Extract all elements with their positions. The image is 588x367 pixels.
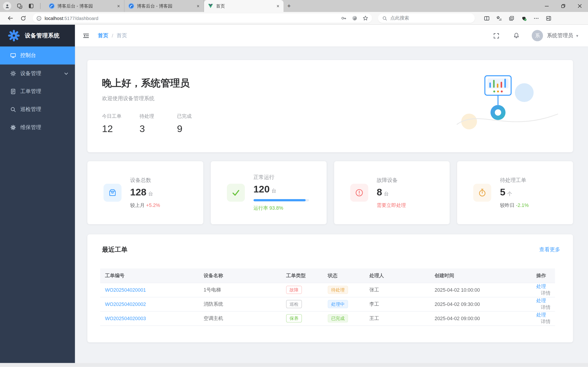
url-text[interactable]: localhost:5177/dashboard <box>45 16 98 21</box>
gear-solid-icon <box>10 125 16 130</box>
browser-tab-2[interactable]: 博客后台 - 博客园 × <box>124 0 204 12</box>
handler-name: 张工 <box>364 283 430 297</box>
process-link[interactable]: 处理 <box>536 298 546 303</box>
stat-card-value: 120 <box>253 183 270 195</box>
stat-card-unit: 台 <box>384 190 389 197</box>
section-title: 最近工单 <box>102 245 127 254</box>
split-screen-icon[interactable] <box>484 15 490 21</box>
sidebar-item-devices[interactable]: 设备管理 <box>0 65 75 83</box>
uptime-progress-bar <box>253 199 309 201</box>
type-tag: 保养 <box>286 314 302 322</box>
sidebar-item-console[interactable]: 控制台 <box>0 46 75 64</box>
more-menu-icon[interactable] <box>533 15 539 21</box>
password-key-icon[interactable] <box>341 15 346 21</box>
tab-title: 首页 <box>216 3 273 9</box>
tab-close-icon[interactable]: × <box>116 3 121 9</box>
table-row: WO202504020001 1号电梯 故障 待处理 张工 2025-04-02… <box>100 283 555 297</box>
vue-icon <box>208 3 213 9</box>
workspaces-icon[interactable] <box>17 3 23 9</box>
collections-icon[interactable] <box>509 15 514 21</box>
chevron-down-icon <box>64 71 68 75</box>
breadcrumb: 首页 / 首页 <box>98 32 127 39</box>
refresh-icon[interactable] <box>17 15 30 21</box>
browser-profile-button[interactable] <box>3 2 11 10</box>
status-tag: 已完成 <box>328 314 348 322</box>
welcome-stat-today: 今日工单 12 <box>102 113 122 134</box>
check-icon <box>231 188 240 198</box>
close-window-button[interactable] <box>571 0 588 12</box>
detail-link[interactable]: 详情 <box>541 305 550 310</box>
stat-card-label: 正常运行 <box>253 174 309 181</box>
process-link[interactable]: 处理 <box>536 312 546 317</box>
search-box[interactable]: 点此搜索 <box>378 14 475 23</box>
created-time: 2025-04-02 10:00:00 <box>430 283 531 297</box>
site-info-icon[interactable] <box>36 16 41 21</box>
notification-bell-icon[interactable] <box>513 32 520 39</box>
restore-button[interactable] <box>555 0 571 12</box>
favorite-star-icon[interactable] <box>363 15 368 21</box>
warning-icon <box>355 188 364 197</box>
sidebar-item-label: 巡检管理 <box>20 106 41 113</box>
detail-link[interactable]: 详情 <box>541 290 550 296</box>
fullscreen-icon[interactable] <box>493 32 500 39</box>
sidebar-panel-icon[interactable] <box>546 15 552 21</box>
order-id-link[interactable]: WO202504020001 <box>105 287 146 292</box>
user-caret-icon[interactable]: ▾ <box>576 33 578 38</box>
sidebar-item-inspection[interactable]: 巡检管理 <box>0 100 75 118</box>
stat-card-label: 待处理工单 <box>500 177 529 184</box>
browser-tab-1[interactable]: 博客后台 - 博客园 × <box>45 0 124 12</box>
trend-value: +5.2% <box>146 202 160 208</box>
tab-close-icon[interactable]: × <box>275 3 281 9</box>
col-handler: 处理人 <box>364 268 430 283</box>
stat-card-label: 故障设备 <box>377 177 406 184</box>
tab-close-icon[interactable]: × <box>195 3 200 9</box>
stat-card-faulty: 故障设备 8 台 需要立即处理 <box>334 161 450 224</box>
created-time: 2025-04-02 09:30:00 <box>430 297 531 311</box>
stat-card-pending-orders: 待处理工单 5 个 较昨日 -2.1% <box>457 161 573 224</box>
favorites-icon[interactable] <box>496 15 502 21</box>
detail-link[interactable]: 详情 <box>541 319 550 324</box>
sidebar-item-maintenance[interactable]: 维保管理 <box>0 118 75 136</box>
user-name[interactable]: 系统管理员 <box>547 32 573 39</box>
stat-label: 已完成 <box>177 113 197 119</box>
stat-card-unit: 个 <box>507 190 512 197</box>
box-icon <box>108 188 117 197</box>
work-orders-table: 工单编号 设备名称 工单类型 状态 处理人 创建时间 操作 WO <box>100 268 555 326</box>
app-sidebar: 设备管理系统 控制台 <box>0 25 75 363</box>
vertical-tabs-icon[interactable] <box>28 3 34 9</box>
table-row: WO202504020003 空调主机 保养 已完成 王工 2025-04-02… <box>100 311 555 325</box>
sync-status-icon[interactable] <box>352 15 357 21</box>
new-tab-button[interactable]: + <box>283 2 294 10</box>
order-id-link[interactable]: WO202504020003 <box>105 316 146 321</box>
stat-card-value: 5 <box>500 186 505 198</box>
avatar[interactable]: 系 <box>532 30 543 41</box>
back-icon[interactable] <box>4 15 17 21</box>
monitor-icon <box>10 53 16 58</box>
stat-value: 3 <box>140 123 159 135</box>
breadcrumb-home[interactable]: 首页 <box>98 32 108 39</box>
col-created: 创建时间 <box>430 268 531 283</box>
col-device: 设备名称 <box>199 268 281 283</box>
welcome-stat-done: 已完成 9 <box>177 113 197 134</box>
order-id-link[interactable]: WO202504020002 <box>105 301 146 307</box>
search-placeholder: 点此搜索 <box>390 15 409 21</box>
stat-card-total-devices: 设备总数 128 台 较上月 +5.2% <box>87 161 203 224</box>
address-bar[interactable]: localhost:5177/dashboard <box>33 14 372 23</box>
view-more-link[interactable]: 查看更多 <box>539 246 560 253</box>
sidebar-item-label: 控制台 <box>20 52 36 59</box>
sidebar-item-workorders[interactable]: 工单管理 <box>0 83 75 100</box>
table-header-row: 工单编号 设备名称 工单类型 状态 处理人 创建时间 操作 <box>100 268 555 283</box>
col-status: 状态 <box>323 268 364 283</box>
dashboard-illustration <box>457 69 558 144</box>
process-link[interactable]: 处理 <box>536 284 546 289</box>
stat-cards-row: 设备总数 128 台 较上月 +5.2% <box>87 161 573 224</box>
collapse-sidebar-icon[interactable] <box>80 30 92 42</box>
cnblogs-icon <box>128 3 134 9</box>
minimize-button[interactable] <box>538 0 555 12</box>
browser-essentials-icon[interactable] <box>521 15 527 21</box>
gear-icon <box>10 70 16 76</box>
browser-tab-active[interactable]: 首页 × <box>204 0 283 12</box>
browser-titlebar: 博客后台 - 博客园 × 博客后台 - 博客园 × 首页 × + <box>0 0 588 12</box>
col-order-id: 工单编号 <box>100 268 199 283</box>
stat-card-footer: 较上月 +5.2% <box>130 202 160 209</box>
